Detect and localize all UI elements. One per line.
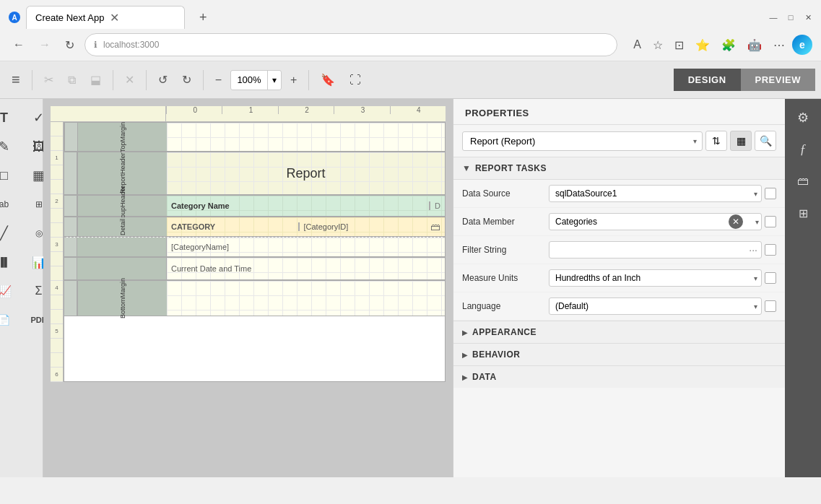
forward-button[interactable]: → — [35, 35, 55, 54]
search-properties-button[interactable]: 🔍 — [755, 131, 776, 151]
barcode-tool-button[interactable]: ▐▌ — [0, 249, 20, 275]
bookmark-button[interactable]: 🔖 — [315, 70, 341, 90]
undo-button[interactable]: ↺ — [152, 70, 173, 90]
split-view-icon[interactable]: ⊡ — [670, 35, 688, 55]
cut-button[interactable]: ✂ — [38, 70, 59, 90]
report-footer-band — [64, 258, 77, 279]
v-ruler-16 — [51, 339, 63, 353]
filter-string-checkbox[interactable] — [765, 244, 776, 256]
data-source-checkbox[interactable] — [765, 188, 776, 199]
favorite-icon[interactable]: ☆ — [648, 35, 667, 55]
detail-row1-content[interactable]: CATEGORY [CategoryID] 🗃 — [167, 217, 445, 236]
group-header-content[interactable]: Category Name D — [167, 196, 445, 216]
behavior-title: BEHAVIOR — [472, 349, 520, 360]
browser-tab[interactable]: Create Next App ✕ — [26, 6, 185, 29]
v-ruler-18: 6 — [51, 368, 63, 382]
language-checkbox[interactable] — [765, 300, 776, 312]
function-panel-button[interactable]: ƒ — [790, 136, 816, 162]
horizontal-ruler: 0 1 2 3 4 — [166, 106, 446, 122]
filter-string-input[interactable] — [549, 241, 762, 258]
tab-title: Create Next App — [35, 12, 104, 23]
zoom-in-button[interactable]: + — [284, 71, 303, 90]
copilot-icon[interactable]: 🤖 — [743, 35, 766, 55]
translate-icon[interactable]: A — [629, 35, 646, 54]
detail-band-1 — [64, 217, 77, 236]
measure-units-checkbox[interactable] — [765, 272, 776, 284]
data-member-clear-button[interactable]: ✕ — [729, 214, 743, 229]
data-section: ▶ DATA — [453, 365, 785, 388]
design-button[interactable]: DESIGN — [674, 69, 741, 91]
measure-units-dropdown[interactable]: Hundredths of an Inch — [549, 269, 762, 287]
filter-string-input-wrap: ··· — [549, 241, 762, 258]
reload-button[interactable]: ↻ — [61, 35, 79, 55]
zoom-out-button[interactable]: − — [209, 71, 227, 90]
report-footer-label — [77, 258, 167, 279]
v-ruler-1 — [51, 122, 63, 136]
richtext-tool-button[interactable]: ab — [0, 191, 20, 217]
report-selector[interactable]: Report (Report) — [462, 131, 703, 151]
zoom-control: 100% ▾ — [230, 70, 282, 90]
preview-button[interactable]: PREVIEW — [741, 69, 815, 91]
report-canvas-container[interactable]: 0 1 2 3 4 1 — [43, 99, 453, 477]
menu-button[interactable]: ≡ — [6, 69, 26, 91]
sort-properties-button[interactable]: ⇅ — [705, 131, 727, 151]
tab-close-button[interactable]: ✕ — [110, 11, 119, 25]
collections-icon[interactable]: ⭐ — [691, 35, 714, 55]
settings-panel-button[interactable]: ⚙ — [790, 105, 816, 131]
data-panel-button[interactable]: 🗃 — [790, 168, 816, 194]
maximize-button[interactable]: □ — [786, 13, 795, 22]
data-source-dropdown[interactable]: sqlDataSource1 — [549, 185, 762, 202]
v-ruler-3: 1 — [51, 151, 63, 165]
language-dropdown-wrap: (Default) ▾ — [549, 297, 762, 315]
main-area: T ✓ ✎ 🖼 □ ▦ ab ⊞ ╱ ◎ ▐▌ 📊 — [0, 99, 821, 477]
detail-label-2 — [77, 238, 167, 256]
zoom-dropdown-button[interactable]: ▾ — [267, 71, 281, 90]
window-controls: — □ ✕ — [769, 13, 812, 22]
property-selector-row: Report (Report) ▾ ⇅ ▦ 🔍 — [453, 125, 785, 157]
top-margin-band-label — [64, 123, 77, 151]
report-footer-content[interactable]: Current Date and Time — [167, 258, 445, 279]
extensions-icon[interactable]: 🧩 — [717, 35, 740, 55]
line-tool-button[interactable]: ╱ — [0, 220, 20, 246]
detail-row2-content[interactable]: [CategoryName] — [167, 238, 445, 256]
fullscreen-button[interactable]: ⛶ — [344, 71, 367, 90]
more-button[interactable]: ⋯ — [769, 35, 789, 55]
close-button[interactable]: ✕ — [804, 13, 812, 22]
filter-string-dots-button[interactable]: ··· — [749, 244, 757, 256]
report-header-content[interactable]: Report — [167, 152, 445, 194]
delete-button[interactable]: ✕ — [119, 70, 140, 90]
measure-units-dropdown-wrap: Hundredths of an Inch ▾ — [549, 269, 762, 287]
appearance-header[interactable]: ▶ APPEARANCE — [453, 321, 785, 343]
document-tool-button[interactable]: 📄 — [0, 307, 20, 333]
paste-button[interactable]: ⬓ — [84, 70, 107, 90]
data-member-checkbox[interactable] — [765, 216, 776, 227]
language-dropdown[interactable]: (Default) — [549, 297, 762, 315]
data-header[interactable]: ▶ DATA — [453, 366, 785, 388]
edit-tool-button[interactable]: ✎ — [0, 134, 20, 160]
properties-header: PROPERTIES — [453, 99, 785, 125]
tab-favicon: A — [9, 12, 20, 23]
report-tasks-header[interactable]: ▼ REPORT TASKS — [453, 157, 785, 180]
category-id-cell: [CategoryID] — [300, 222, 431, 231]
zoom-value: 100% — [231, 74, 267, 85]
new-tab-button[interactable]: + — [194, 10, 213, 25]
sparkline-tool-button[interactable]: 📈 — [0, 278, 20, 304]
shape-tool-button[interactable]: □ — [0, 162, 20, 188]
minimize-button[interactable]: — — [769, 13, 778, 22]
ruler-corner — [51, 106, 166, 122]
app-container: ≡ ✂ ⧉ ⬓ ✕ ↺ ↻ − 100% ▾ + 🔖 ⛶ DESIGN PREV… — [0, 61, 821, 477]
app-toolbar: ≡ ✂ ⧉ ⬓ ✕ ↺ ↻ − 100% ▾ + 🔖 ⛶ DESIGN PREV… — [0, 61, 821, 99]
back-button[interactable]: ← — [9, 35, 29, 54]
categorize-button[interactable]: ▦ — [730, 131, 752, 151]
redo-button[interactable]: ↻ — [176, 70, 197, 90]
ruler-mark-4: 4 — [390, 106, 446, 114]
layout-panel-button[interactable]: ⊞ — [790, 200, 816, 226]
report-selector-wrap: Report (Report) ▾ — [462, 131, 703, 151]
address-input-wrap[interactable]: ℹ localhost:3000 — [84, 33, 617, 56]
text-tool-button[interactable]: T — [0, 105, 20, 131]
behavior-header[interactable]: ▶ BEHAVIOR — [453, 344, 785, 365]
v-ruler-10 — [51, 252, 63, 266]
data-title: DATA — [472, 372, 497, 382]
copy-button[interactable]: ⧉ — [62, 71, 82, 90]
detail-band-2 — [64, 238, 77, 256]
